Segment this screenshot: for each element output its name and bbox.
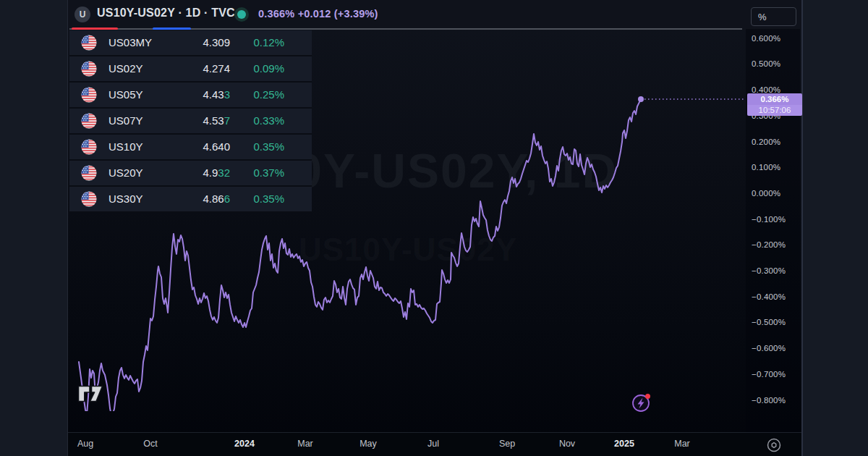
market-status-icon[interactable]	[234, 7, 249, 22]
watchlist-value: 4.274	[203, 62, 230, 75]
price-tick: −0.700%	[752, 370, 798, 379]
us-flag-icon	[81, 191, 97, 207]
watchlist-value-suffix: 7	[224, 114, 230, 127]
price-label-value: 0.366%	[747, 93, 802, 105]
watchlist-change: 0.09%	[253, 56, 284, 81]
watchlist-symbol: US10Y	[109, 135, 143, 159]
watchlist-row[interactable]: US10Y 4.640 0.35%	[69, 135, 312, 159]
time-tick: Jul	[413, 439, 454, 449]
watchlist-row[interactable]: US07Y 4.537 0.33%	[69, 109, 312, 133]
spark-icon-button[interactable]	[630, 391, 653, 414]
watchlist-change: 0.33%	[253, 109, 284, 133]
time-tick-year: 2024	[224, 439, 265, 449]
header-quote: 0.366% +0.012 (+3.39%)	[258, 8, 378, 20]
price-tick: −0.400%	[752, 292, 798, 301]
watchlist-symbol: US30Y	[109, 187, 143, 211]
tradingview-chart-card: U US10Y-US02Y · 1D · TVC 0.366% +0.012 (…	[0, 0, 868, 456]
time-tick: Mar	[285, 439, 326, 449]
time-tick: Sep	[487, 439, 527, 449]
hexagon-icon	[772, 443, 776, 448]
price-change: +0.012 (+3.39%)	[298, 8, 378, 20]
watchlist-change: 0.35%	[253, 187, 284, 211]
watchlist-row[interactable]: US30Y 4.866 0.35%	[69, 187, 312, 211]
watchlist-symbol: US03MY	[109, 30, 152, 55]
price-tick: −0.100%	[752, 215, 798, 224]
time-tick: Nov	[547, 439, 587, 449]
market-open-dot	[237, 10, 246, 19]
watchlist-row[interactable]: US03MY 4.309 0.12%	[69, 30, 312, 55]
price-tick: 0.000%	[752, 189, 798, 198]
watchlist-value: 4.640	[203, 140, 230, 153]
chart-header: U US10Y-US02Y · 1D · TVC 0.366% +0.012 (…	[68, 0, 801, 29]
watchlist-symbol: US02Y	[109, 56, 143, 81]
watchlist-table: US03MY 4.309 0.12% US02Y 4.274 0.09% US0…	[69, 30, 312, 213]
watchlist-value: 4.86	[203, 193, 224, 205]
price-tick: −0.600%	[752, 344, 798, 352]
price-tick: −0.800%	[752, 396, 798, 405]
time-tick-year: 2025	[604, 439, 644, 449]
last-price: 0.366%	[258, 8, 294, 20]
us-flag-icon	[81, 139, 97, 155]
price-tick: −0.200%	[752, 240, 798, 249]
time-axis[interactable]: Aug Oct 2024 Mar May Jul Sep Nov 2025 Ma…	[68, 432, 801, 456]
watchlist-change: 0.25%	[253, 83, 284, 107]
unit-button[interactable]: %	[751, 7, 796, 26]
tradingview-logo[interactable]	[77, 384, 103, 403]
watchlist-value: 4.9	[203, 166, 218, 179]
watchlist-value: 4.43	[203, 88, 224, 101]
price-label: 0.366% 10:57:06	[747, 93, 802, 116]
watchlist-change: 0.12%	[253, 30, 284, 55]
us-flag-icon	[81, 61, 97, 77]
price-tick: −0.500%	[752, 318, 798, 326]
watchlist-symbol: US20Y	[109, 161, 143, 185]
time-tick: Aug	[65, 439, 106, 449]
us-flag-icon	[81, 87, 97, 103]
watchlist-symbol: US07Y	[109, 109, 143, 133]
us-flag-icon	[81, 113, 97, 129]
price-label-countdown: 10:57:06	[747, 105, 802, 116]
price-tick: 0.500%	[752, 59, 798, 68]
us-flag-icon	[81, 165, 97, 181]
watchlist-change: 0.37%	[253, 161, 284, 185]
watchlist-symbol: US05Y	[109, 83, 143, 107]
watchlist-change: 0.35%	[253, 135, 284, 159]
price-tick: 0.100%	[752, 163, 798, 172]
time-tick: May	[348, 439, 388, 449]
us-flag-icon	[81, 35, 97, 51]
symbol-logo-letter: U	[80, 9, 86, 20]
price-tick: −0.300%	[752, 266, 798, 275]
notification-dot	[645, 394, 650, 399]
symbol-title-button[interactable]: US10Y-US02Y · 1D · TVC	[97, 7, 235, 20]
watchlist-row[interactable]: US05Y 4.433 0.25%	[69, 83, 312, 107]
watchlist-row[interactable]: US20Y 4.932 0.37%	[69, 161, 312, 185]
price-axis[interactable]: 0.600% 0.500% 0.400% 0.300% 0.200% 0.100…	[746, 29, 800, 432]
watchlist-value-suffix: 6	[224, 193, 230, 205]
price-tick: 0.200%	[752, 138, 798, 146]
timezone-button[interactable]	[765, 436, 783, 454]
chart-widget: U US10Y-US02Y · 1D · TVC 0.366% +0.012 (…	[67, 0, 803, 456]
price-tick: 0.600%	[752, 34, 798, 43]
watchlist-value-suffix: 3	[224, 88, 230, 101]
watchlist-row[interactable]: US02Y 4.274 0.09%	[69, 56, 312, 81]
symbol-logo[interactable]: U	[75, 7, 90, 22]
watchlist-value: 4.53	[203, 114, 224, 127]
time-tick: Oct	[130, 439, 171, 449]
time-tick: Mar	[662, 439, 702, 449]
watchlist-value: 4.309	[203, 36, 230, 48]
watchlist-value-suffix: 32	[218, 166, 230, 179]
last-price-dot	[638, 96, 644, 102]
